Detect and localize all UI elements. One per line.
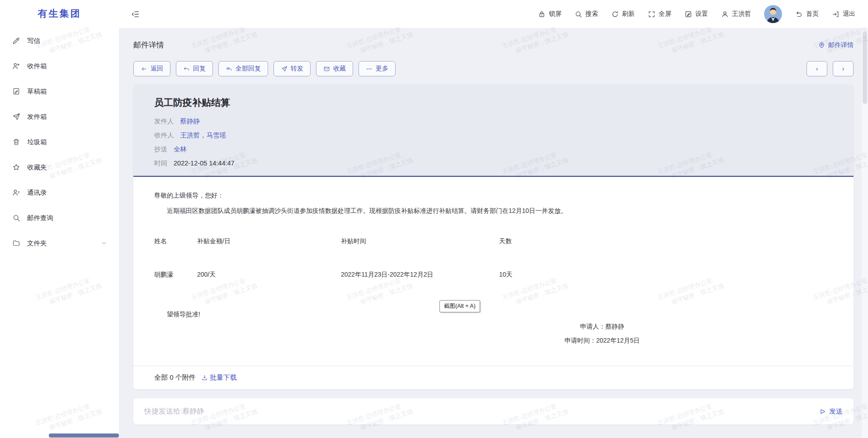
folder-icon [12, 239, 20, 247]
logout-button[interactable]: 退出 [832, 10, 855, 18]
user-avatar[interactable] [764, 5, 782, 23]
sidebar-item-label: 邮件查询 [27, 214, 53, 222]
lock-icon [538, 10, 546, 18]
mail-meta-cc: 抄送 全林 [154, 142, 833, 156]
page-header: 邮件详情 邮件详情 [133, 40, 854, 50]
mail-meta-time: 时间 2022-12-05 14:44:47 [154, 156, 833, 170]
topbar-actions: 锁屏 搜索 刷新 全屏 设置 王洪哲 [538, 5, 855, 23]
page-title: 邮件详情 [133, 40, 164, 50]
person-arrow-icon [12, 62, 20, 70]
batch-download-link[interactable]: 批量下载 [201, 373, 237, 382]
mail-timestamp: 2022-12-05 14:44:47 [174, 156, 235, 170]
arrow-left-icon [141, 66, 147, 72]
person-icon [721, 10, 729, 18]
location-pin-icon [818, 41, 826, 49]
sidebar-item-sent[interactable]: 发件箱 [0, 104, 119, 129]
sidebar-item-label: 草稿箱 [27, 87, 47, 96]
edit-square-icon [684, 10, 692, 18]
sidebar-item-label: 发件箱 [27, 113, 47, 121]
topbar: 锁屏 搜索 刷新 全屏 设置 王洪哲 [119, 0, 868, 28]
fullscreen-icon [648, 10, 656, 18]
settings-button[interactable]: 设置 [684, 10, 708, 18]
mail-subject: 员工防疫补贴结算 [154, 96, 833, 109]
sidebar-item-drafts[interactable]: 草稿箱 [0, 79, 119, 104]
sidebar-item-mail-search[interactable]: 邮件查询 [0, 205, 119, 231]
screenshot-tooltip: 截图(Alt + A) [439, 300, 480, 312]
search-icon [12, 214, 20, 222]
logout-icon [832, 10, 840, 18]
reply-all-icon [226, 66, 232, 72]
sidebar-item-inbox[interactable]: 收件箱 [0, 53, 119, 79]
chevron-right-icon: › [842, 65, 844, 72]
breadcrumb-badge[interactable]: 邮件详情 [818, 41, 854, 49]
download-icon [201, 374, 208, 381]
reply-button[interactable]: 回复 [176, 61, 213, 76]
cc-link[interactable]: 全林 [174, 142, 187, 156]
mail-signature: 申请人：蔡静静 申请时间：2022年12月5日 [507, 320, 697, 348]
attachments-summary: 全部 0 个附件 [154, 373, 196, 382]
search-button[interactable]: 搜索 [575, 10, 598, 18]
brand-logo: 有生集团 [0, 7, 119, 20]
home-button[interactable]: 首页 [795, 10, 819, 18]
reply-all-button[interactable]: 全部回复 [218, 61, 268, 76]
quick-send-input[interactable]: 快捷发送给:蔡静静 [144, 407, 819, 416]
favorite-button[interactable]: 收藏 [316, 61, 353, 76]
mail-meta-to: 收件人 王洪哲，马雪瑶 [154, 128, 833, 142]
sidebar-item-favorites[interactable]: 收藏夹 [0, 155, 119, 180]
sidebar-item-label: 收藏夹 [27, 163, 47, 172]
quick-send-bar: 快捷发送给:蔡静静 发送 [133, 398, 854, 424]
undo-arrow-icon [795, 10, 803, 18]
document-edit-icon [12, 87, 20, 95]
sidebar-nav: 写信 收件箱 草稿箱 发件箱 垃圾箱 收藏夹 通讯录 邮件查询 [0, 28, 119, 256]
back-button[interactable]: 返回 [133, 61, 170, 76]
more-button[interactable]: 更多 [359, 61, 396, 76]
contacts-icon [12, 188, 20, 197]
mail-card: 员工防疫补贴结算 发件人 蔡静静 收件人 王洪哲，马雪瑶 抄送 全林 时间 20… [133, 85, 854, 389]
ellipsis-icon [366, 66, 373, 72]
apply-date-line: 申请时间：2022年12月5日 [507, 334, 697, 348]
mail-paragraph: 近期福田区数据团队成员胡鹏濠被抽调沙头街道参加疫情数据处理工作。现根据防疫补贴标… [154, 205, 833, 217]
sidebar-item-label: 通讯录 [27, 188, 47, 197]
trash-icon [12, 138, 20, 146]
mail-closing: 望领导批准! [154, 311, 833, 319]
sidebar-item-label: 写信 [27, 37, 40, 45]
sidebar-item-folders[interactable]: 文件夹 [0, 231, 119, 256]
sidebar-item-compose[interactable]: 写信 [0, 28, 119, 53]
sidebar-item-label: 垃圾箱 [27, 138, 47, 146]
mail-pagination: ‹ › [807, 61, 854, 76]
sidebar-collapse-button[interactable] [131, 10, 140, 19]
next-mail-button[interactable]: › [833, 61, 854, 76]
sidebar-item-label: 收件箱 [27, 62, 47, 71]
forward-button[interactable]: 转发 [274, 61, 311, 76]
main-content: 邮件详情 邮件详情 返回 回复 全部回复 转发 [119, 28, 868, 438]
sidebar-item-contacts[interactable]: 通讯录 [0, 180, 119, 205]
sidebar-item-trash[interactable]: 垃圾箱 [0, 129, 119, 155]
refresh-button[interactable]: 刷新 [611, 10, 635, 18]
mail-body: 尊敬的上级领导，您好： 近期福田区数据团队成员胡鹏濠被抽调沙头街道参加疫情数据处… [133, 177, 854, 366]
mail-header: 员工防疫补贴结算 发件人 蔡静静 收件人 王洪哲，马雪瑶 抄送 全林 时间 20… [133, 85, 854, 177]
lock-screen-button[interactable]: 锁屏 [538, 10, 561, 18]
chevron-down-icon [101, 240, 107, 246]
sender-link[interactable]: 蔡静静 [180, 114, 200, 128]
applicant-line: 申请人：蔡静静 [507, 320, 697, 334]
send-button[interactable]: 发送 [819, 407, 843, 416]
prev-mail-button[interactable]: ‹ [807, 61, 827, 76]
envelope-icon [323, 66, 330, 72]
pencil-icon [12, 37, 20, 45]
paper-plane-icon [12, 113, 20, 121]
search-icon [575, 10, 582, 18]
subsidy-table: 姓名 补贴金额/日 补贴时间 天数 胡鹏濠 200/天 2022年11月23日-… [154, 237, 833, 279]
vertical-scrollbar[interactable] [862, 28, 868, 438]
star-icon [12, 163, 20, 171]
chevron-left-icon: ‹ [816, 65, 818, 72]
vertical-scrollbar-thumb[interactable] [863, 32, 867, 104]
fullscreen-button[interactable]: 全屏 [648, 10, 671, 18]
horizontal-scrollbar-thumb[interactable] [49, 433, 119, 438]
mail-action-buttons: 返回 回复 全部回复 转发 收藏 更多 [133, 61, 396, 76]
sidebar: 有生集团 写信 收件箱 草稿箱 发件箱 垃圾箱 收藏夹 通讯录 [0, 0, 119, 438]
recipients-link[interactable]: 王洪哲，马雪瑶 [180, 128, 226, 142]
mail-meta-from: 发件人 蔡静静 [154, 114, 833, 128]
send-icon [819, 408, 826, 415]
mail-greeting: 尊敬的上级领导，您好： [154, 190, 833, 200]
current-user-button[interactable]: 王洪哲 [721, 10, 751, 18]
